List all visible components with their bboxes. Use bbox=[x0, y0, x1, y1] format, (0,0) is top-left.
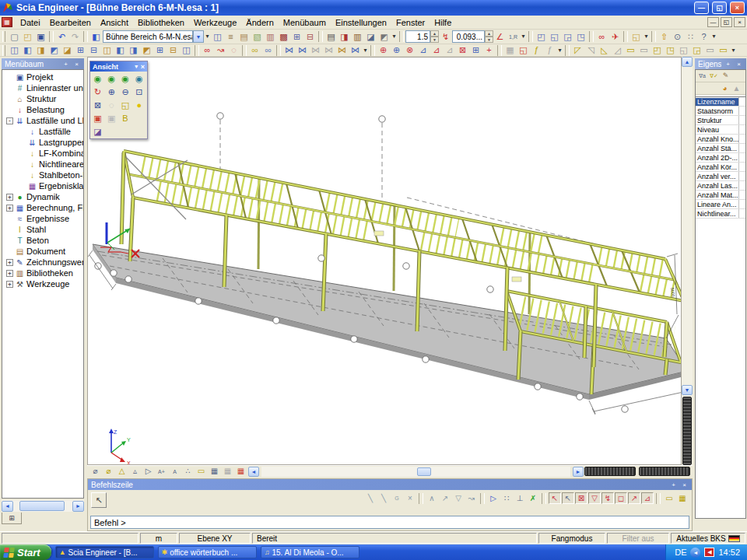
fly-through-icon[interactable]: ✈ bbox=[608, 31, 622, 43]
tree-item[interactable]: + ● Dynamik bbox=[2, 191, 83, 202]
member-tool-icon[interactable]: ◩ bbox=[47, 44, 61, 56]
view-plane-icon[interactable]: ◲ bbox=[690, 44, 703, 56]
project-dropdown[interactable]: Bühne Bereich 6-M-N.esa bbox=[103, 30, 193, 43]
folder-caret[interactable]: ▾ bbox=[643, 31, 650, 43]
snap-endpoint-icon[interactable]: ↖ bbox=[549, 492, 561, 504]
property-value[interactable] bbox=[738, 209, 745, 218]
property-value[interactable] bbox=[738, 172, 745, 180]
spin-up-icon[interactable]: ▲ bbox=[430, 30, 439, 37]
member-tool-icon[interactable]: ◨ bbox=[127, 44, 140, 56]
property-value[interactable] bbox=[738, 153, 745, 162]
snap-cross-icon[interactable]: × bbox=[404, 492, 416, 504]
property-value[interactable] bbox=[738, 163, 745, 171]
table-icon[interactable]: ▦ bbox=[208, 467, 221, 477]
scroll-down-icon[interactable]: ▼ bbox=[682, 385, 693, 395]
menu-item[interactable]: Ansicht bbox=[96, 17, 133, 28]
member-tool-icon[interactable]: ◫ bbox=[100, 44, 114, 56]
perpendicular-icon[interactable]: ⊥ bbox=[514, 492, 526, 504]
project-caret-icon[interactable]: ▾ bbox=[204, 31, 211, 43]
lasso-icon[interactable]: ◌ bbox=[227, 44, 240, 56]
tree-item[interactable]: ↓ Nichtlineare LF bbox=[2, 159, 83, 170]
view-axo-icon[interactable]: ◉ bbox=[132, 73, 146, 84]
print-menu-caret[interactable]: ▾ bbox=[391, 31, 398, 43]
blank[interactable] bbox=[132, 113, 146, 124]
tree-expander-icon[interactable]: + bbox=[6, 281, 13, 288]
minimize-button[interactable]: — bbox=[694, 2, 709, 14]
property-row[interactable]: Staatsnorm bbox=[696, 107, 745, 116]
link-members-icon[interactable]: ⋈ bbox=[309, 44, 322, 56]
taskbar-task[interactable]: ♫ 15. Al Di Meola - O... bbox=[261, 546, 359, 558]
tree-item[interactable]: # Linienraster und Ge bbox=[2, 82, 83, 93]
status-unit[interactable]: m bbox=[140, 533, 177, 544]
snap-arc-icon[interactable]: ⊿ bbox=[641, 492, 654, 504]
filter-a-icon[interactable]: ∇a bbox=[696, 70, 708, 82]
window-arrange-4-icon[interactable]: ◳ bbox=[574, 31, 587, 43]
tree-item[interactable]: ⇊ Lastgruppen bbox=[2, 137, 83, 148]
tree-item[interactable]: ↓ LF-Kombination bbox=[2, 148, 83, 159]
member-tool-icon[interactable]: ⊟ bbox=[167, 44, 180, 56]
status-plane[interactable]: Ebene XY bbox=[179, 533, 251, 544]
spin-down-icon[interactable]: ▼ bbox=[430, 37, 439, 43]
view-plane-icon[interactable]: ◳ bbox=[664, 44, 677, 56]
property-row[interactable]: Struktur bbox=[696, 116, 745, 125]
redraw-icon[interactable]: ∞ bbox=[201, 44, 214, 56]
help-caret[interactable]: ▾ bbox=[710, 31, 717, 43]
scroll-thumb[interactable] bbox=[19, 501, 65, 511]
tree-item[interactable]: ⌂ Struktur bbox=[2, 93, 83, 104]
open-folder-icon[interactable]: ◱ bbox=[630, 31, 643, 43]
function-gray-icon[interactable]: ƒ bbox=[543, 44, 556, 56]
property-row[interactable]: Nichtlinear... bbox=[696, 209, 745, 219]
pan-left-icon[interactable]: ◄ bbox=[248, 467, 259, 477]
view-plane-icon[interactable]: ▭ bbox=[703, 44, 717, 56]
format-caret[interactable]: ▾ bbox=[520, 31, 527, 43]
member-tool-icon[interactable]: ⊞ bbox=[153, 44, 167, 56]
tree-item[interactable]: + ✎ Zeichnungswerkze bbox=[2, 257, 83, 268]
import-folder-icon[interactable]: ◱ bbox=[517, 44, 530, 56]
tree-expander-icon[interactable]: + bbox=[6, 259, 13, 266]
ruler-snap-icon[interactable]: ▭ bbox=[663, 492, 675, 504]
gallery-book-icon[interactable]: ▥ bbox=[351, 31, 364, 43]
view-plane-icon[interactable]: ▭ bbox=[637, 44, 651, 56]
load-size-icon[interactable]: ↯ bbox=[439, 31, 452, 43]
snap-step-spinner[interactable]: 0.093... bbox=[452, 30, 485, 43]
flag-labels-icon[interactable]: ▷ bbox=[142, 467, 155, 477]
menu-item[interactable]: Werkzeuge bbox=[189, 17, 241, 28]
menu-item[interactable]: Menübaum bbox=[279, 17, 331, 28]
member-tool-icon[interactable]: ◧ bbox=[21, 44, 34, 56]
clipping-box-icon[interactable]: ◱ bbox=[119, 100, 132, 110]
geometry-icon[interactable]: ⊿ bbox=[430, 44, 443, 56]
tree-item[interactable]: ↓ Lastfälle bbox=[2, 126, 83, 137]
view-x-icon[interactable]: ◉ bbox=[91, 73, 104, 84]
undo-icon[interactable]: ↶ bbox=[55, 31, 68, 43]
view-caret[interactable]: ▾ bbox=[730, 44, 737, 56]
property-row[interactable]: Anzahl Kno... bbox=[696, 135, 745, 144]
rendered-icon[interactable]: ⌀ bbox=[102, 467, 115, 477]
rotate-bar-1[interactable] bbox=[584, 467, 636, 476]
document-template-icon[interactable]: ◩ bbox=[377, 31, 391, 43]
tree-expander-icon[interactable]: + bbox=[6, 270, 13, 277]
mdi-minimize-button[interactable]: — bbox=[707, 17, 719, 27]
mesh-icon[interactable]: ▩ bbox=[277, 31, 290, 43]
node-tool-icon[interactable]: ◫ bbox=[8, 44, 21, 56]
print-icon[interactable]: ▤ bbox=[324, 31, 338, 43]
decimal-format-icon[interactable]: 1,R bbox=[507, 31, 520, 43]
window-arrange-3-icon[interactable]: ◲ bbox=[561, 31, 574, 43]
window-arrange-2-icon[interactable]: ◱ bbox=[548, 31, 561, 43]
tree-item[interactable]: ▣ Projekt bbox=[2, 72, 83, 82]
property-row[interactable]: Anzahl 2D-... bbox=[696, 153, 745, 163]
snap-node-icon[interactable]: ↖ bbox=[562, 492, 574, 504]
pyramid-icon[interactable]: ▲ bbox=[731, 82, 742, 94]
what-is-icon[interactable]: ? bbox=[697, 31, 710, 43]
link-members-icon[interactable]: ⋈ bbox=[322, 44, 335, 56]
tree-item[interactable]: ▤ Dokument bbox=[2, 246, 83, 257]
tray-chevron-icon[interactable]: ◄ bbox=[690, 548, 700, 558]
status-filter[interactable]: Filter aus bbox=[607, 533, 669, 544]
filter-check-icon[interactable]: ∇✓ bbox=[708, 70, 720, 82]
snap-arrow-icon[interactable]: ↗ bbox=[439, 492, 451, 504]
property-value[interactable] bbox=[738, 116, 745, 124]
spin-up-icon[interactable]: ▲ bbox=[485, 30, 493, 37]
print-preview-icon[interactable]: ◨ bbox=[338, 31, 351, 43]
menubaum-tab[interactable]: ⊞ bbox=[2, 513, 22, 524]
scroll-left-icon[interactable]: ◄ bbox=[2, 501, 13, 512]
rotate-view-icon[interactable]: ↻ bbox=[91, 86, 104, 97]
